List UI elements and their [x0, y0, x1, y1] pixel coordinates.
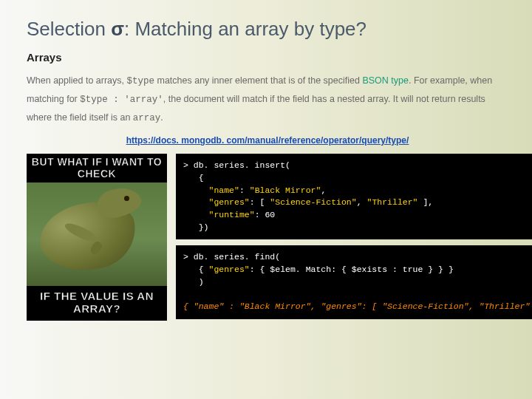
find-l3: ) — [183, 277, 204, 287]
insert-l4a — [183, 197, 209, 207]
meme-image: BUT WHAT IF I WANT TO CHECK IF THE VALUE… — [27, 154, 167, 321]
prompt-icon-2: > — [183, 252, 188, 262]
body-end: . — [160, 112, 163, 123]
insert-code-block: > db. series. insert( { "name": "Black M… — [176, 154, 532, 239]
body-pre: When applied to arrays, — [27, 75, 127, 86]
docs-link[interactable]: https://docs. mongodb. com/manual/refere… — [126, 135, 409, 146]
array-word: array — [133, 113, 161, 123]
runtime-key: "runtime" — [209, 210, 255, 219]
find-l1: db. series. find( — [188, 252, 280, 262]
sigma-icon: σ — [111, 18, 124, 40]
name-key: "name" — [209, 185, 239, 195]
type-operator: $type — [127, 76, 155, 86]
meme-bottom-text: IF THE VALUE IS AN ARRAY? — [27, 286, 167, 321]
find-output: { "name" : "Black Mirror", "genres": [ "… — [183, 301, 532, 311]
insert-l3c: , — [321, 185, 326, 195]
insert-l2: { — [183, 173, 204, 183]
insert-l4c: , — [357, 197, 367, 207]
code-column: > db. series. insert( { "name": "Black M… — [176, 154, 532, 321]
genre2-value: "Thriller" — [366, 197, 417, 207]
insert-l4d: ], — [418, 197, 434, 207]
insert-l3a — [183, 185, 209, 195]
arrays-heading: Arrays — [27, 51, 508, 64]
meme-top-text: BUT WHAT IF I WANT TO CHECK — [27, 154, 167, 183]
find-l2b: : { $elem. Match: { $exists : true } } } — [250, 265, 454, 274]
find-code-block: > db. series. find( { "genres": { $elem.… — [176, 245, 532, 318]
find-l2a: { — [183, 265, 209, 274]
insert-l5b: : 60 — [255, 210, 276, 219]
title-prefix: Selection — [27, 18, 111, 40]
name-value: "Black Mirror" — [250, 185, 321, 195]
insert-l1: db. series. insert( — [188, 160, 290, 170]
insert-l3b: : — [239, 185, 250, 195]
body-mid1: matches any inner element that is of the… — [154, 75, 362, 86]
type-array-example: $type : 'array' — [80, 95, 163, 105]
insert-l4b: : [ — [250, 197, 270, 207]
raptor-image — [27, 183, 167, 286]
lower-row: BUT WHAT IF I WANT TO CHECK IF THE VALUE… — [27, 154, 508, 321]
find-genres-key: "genres" — [209, 265, 250, 274]
insert-l5a — [183, 210, 209, 219]
explanatory-text: When applied to arrays, $type matches an… — [27, 72, 508, 127]
genre1-value: "Science-Fiction" — [270, 197, 356, 207]
genres-key: "genres" — [209, 197, 250, 207]
insert-l6: }) — [183, 222, 209, 232]
slide-title: Selection σ: Matching an array by type? — [27, 18, 508, 41]
title-suffix: : Matching an array by type? — [124, 18, 366, 40]
docs-link-container: https://docs. mongodb. com/manual/refere… — [27, 133, 508, 146]
slide: Selection σ: Matching an array by type? … — [0, 0, 532, 328]
bson-link[interactable]: BSON type — [362, 75, 409, 86]
raptor-eye-shape — [124, 196, 129, 201]
prompt-icon: > — [183, 160, 188, 170]
